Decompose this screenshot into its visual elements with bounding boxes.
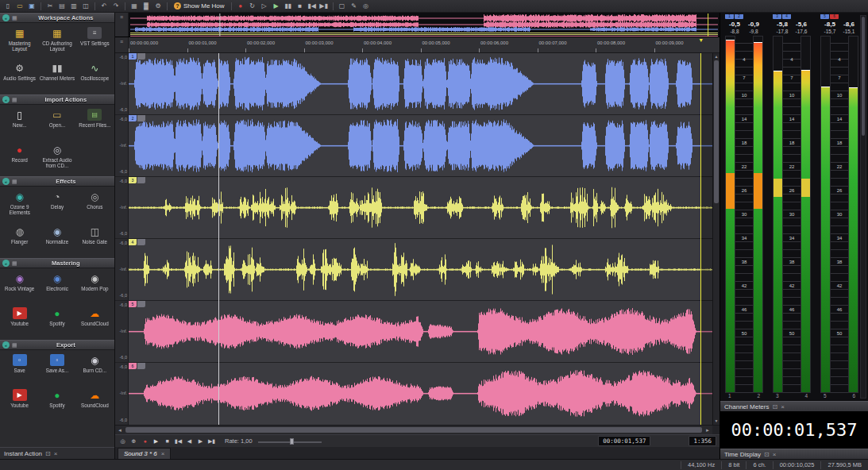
toolbar-spectral-view-button[interactable]: ▓ <box>141 2 152 11</box>
vst-settings-action[interactable]: ≡VST Settings <box>76 24 114 59</box>
collapse-icon[interactable]: « <box>2 14 10 21</box>
transport-step-forward-button[interactable]: ▶ <box>196 437 205 445</box>
toolbar-event-tool-button[interactable]: ▢ <box>337 2 348 11</box>
waveform-canvas-6[interactable] <box>129 363 712 424</box>
instant-action-tab[interactable]: Instant Action ⊡ × <box>0 447 114 459</box>
end-marker-icon[interactable]: ▼ <box>698 37 704 43</box>
toolbar-play-all-button[interactable]: ▷ <box>259 2 270 11</box>
open-action[interactable]: ▭Open... <box>38 106 75 141</box>
close-panel-icon[interactable]: × <box>773 451 777 458</box>
toolbar-record-button[interactable]: ● <box>235 2 246 11</box>
extract-audio-from-cd-action[interactable]: ◎Extract Audio from CD... <box>38 141 75 175</box>
collapse-icon[interactable]: « <box>2 260 10 267</box>
rock-vintage-action[interactable]: ◉Rock Vintage <box>1 269 38 304</box>
rate-slider[interactable] <box>258 437 322 445</box>
channel-badge[interactable]: 3 <box>129 177 137 183</box>
horizontal-scrollbar[interactable]: ◄ ► <box>115 425 719 434</box>
waveform-area-3[interactable]: 3 <box>129 177 712 238</box>
transport-play-button[interactable]: ▶ <box>152 437 160 445</box>
toolbar-stop-button[interactable]: ■ <box>295 2 306 11</box>
spotify-action[interactable]: ●Spotify <box>38 386 75 421</box>
toolbar-go-to-end-button[interactable]: ▶▮ <box>318 2 330 11</box>
overview-canvas[interactable] <box>129 13 719 37</box>
record-action[interactable]: ●Record <box>1 141 38 175</box>
noise-gate-action[interactable]: ◫Noise Gate <box>76 222 114 257</box>
normalize-action[interactable]: ◉Normalize <box>38 222 75 257</box>
close-panel-icon[interactable]: × <box>54 450 58 457</box>
transport-record-button[interactable]: ● <box>141 437 149 445</box>
toolbar-cut-button[interactable]: ✂ <box>44 2 56 11</box>
menu-icon[interactable]: ≡ <box>120 14 123 37</box>
oscilloscope-action[interactable]: ∿Oscilloscope <box>76 59 114 94</box>
youtube-action[interactable]: ▶Youtube <box>1 386 38 421</box>
mastering-layout-action[interactable]: ▦Mastering Layout <box>1 24 38 59</box>
time-ruler[interactable]: 00:00:00,00000:00:01,00000:00:02,00000:0… <box>129 37 719 52</box>
channel-menu-badge[interactable] <box>137 177 145 183</box>
meter-channel-badge[interactable]: 5 <box>820 14 829 19</box>
meter-channel-badge[interactable]: 2 <box>735 14 743 19</box>
waveform-canvas-2[interactable] <box>129 115 712 176</box>
channel-meters-action[interactable]: ▮▮Channel Meters <box>38 59 75 94</box>
toolbar-pencil-tool-button[interactable]: ✎ <box>349 2 360 11</box>
rate-slider-handle[interactable] <box>290 438 294 445</box>
save-action[interactable]: ▫Save <box>1 351 38 386</box>
scroll-right-icon[interactable]: ► <box>703 426 712 434</box>
collapse-icon[interactable]: « <box>2 178 10 185</box>
meters-scroll-thumb[interactable] <box>862 17 865 136</box>
show-me-how-button[interactable]: ?Show Me How <box>171 2 228 10</box>
ozone-9-elements-action[interactable]: ◉Ozone 9 Elements <box>1 187 38 222</box>
channel-badge[interactable]: 1 <box>129 53 137 60</box>
delay-action[interactable]: ◔Delay <box>38 187 75 222</box>
toolbar-save-file-button[interactable]: ▣ <box>26 2 37 11</box>
meter-channel-badge[interactable]: 6 <box>830 14 839 19</box>
flanger-action[interactable]: ◍Flanger <box>1 222 38 257</box>
waveform-canvas-3[interactable] <box>129 177 712 238</box>
channel-menu-badge[interactable] <box>137 301 145 307</box>
burn-cd-action[interactable]: ◉Burn CD... <box>76 351 114 386</box>
transport-magnify-normal-button[interactable]: ◎ <box>118 437 127 445</box>
meter-channel-badge[interactable]: 4 <box>782 14 791 19</box>
cursor-time-box[interactable]: 00:00:01,537 <box>598 436 650 446</box>
electronic-action[interactable]: ◉Electronic <box>38 269 75 304</box>
toolbar-play-button[interactable]: ▶ <box>271 2 282 11</box>
collapse-icon[interactable]: « <box>2 341 10 349</box>
hscroll-track[interactable] <box>125 426 703 434</box>
scroll-left-icon[interactable]: ◄ <box>115 426 125 434</box>
toolbar-open-file-button[interactable]: ▭ <box>14 2 25 11</box>
toolbar-pause-button[interactable]: ▮▮ <box>283 2 294 11</box>
document-tab[interactable]: Sound 3 * 6 × <box>118 448 171 459</box>
transport-step-back-button[interactable]: ◀ <box>185 437 194 445</box>
channel-menu-badge[interactable] <box>137 115 145 121</box>
menu-icon[interactable]: ≡ <box>120 39 123 52</box>
toolbar-properties-button[interactable]: ⚙ <box>152 2 164 11</box>
channel-badge[interactable]: 2 <box>129 115 137 121</box>
zoom-ratio-box[interactable]: 1:356 <box>689 436 716 446</box>
float-panel-icon[interactable]: ⊡ <box>764 451 770 458</box>
waveform-canvas-4[interactable] <box>129 239 712 300</box>
channel-badge[interactable]: 4 <box>129 239 137 245</box>
new-action[interactable]: ▯New... <box>1 106 38 141</box>
hscroll-thumb[interactable] <box>125 427 702 433</box>
scroll-up-icon[interactable]: ▲ <box>713 53 719 60</box>
audio-settings-action[interactable]: ⚙Audio Settings <box>1 59 38 94</box>
close-panel-icon[interactable]: × <box>781 403 785 410</box>
waveform-area-2[interactable]: 2 <box>129 115 712 176</box>
transport-go-to-start-button[interactable]: ▮◀ <box>174 437 183 445</box>
recent-files-action[interactable]: ▤Recent Files... <box>76 106 114 141</box>
toolbar-paste-button[interactable]: ▥ <box>68 2 79 11</box>
channel-menu-badge[interactable] <box>137 363 145 369</box>
float-panel-icon[interactable]: ⊡ <box>45 450 51 457</box>
transport-magnify-button[interactable]: ⊕ <box>129 437 138 445</box>
transport-stop-button[interactable]: ■ <box>163 437 172 445</box>
tab-close-icon[interactable]: × <box>161 450 165 457</box>
meter-channel-badge[interactable]: 3 <box>773 14 781 19</box>
save-as-action[interactable]: ▫Save As... <box>38 351 75 386</box>
channel-menu-badge[interactable] <box>137 53 145 60</box>
waveform-area-1[interactable]: 1 <box>129 53 712 114</box>
vertical-scrollbar[interactable]: ▲ ▼ <box>712 53 719 425</box>
waveform-canvas-5[interactable] <box>129 301 712 362</box>
vscroll-thumb[interactable] <box>714 60 719 203</box>
soundcloud-action[interactable]: ☁SoundCloud <box>76 386 114 421</box>
toolbar-new-file-button[interactable]: ▯ <box>2 2 14 11</box>
waveform-area-4[interactable]: 4 <box>129 239 712 300</box>
